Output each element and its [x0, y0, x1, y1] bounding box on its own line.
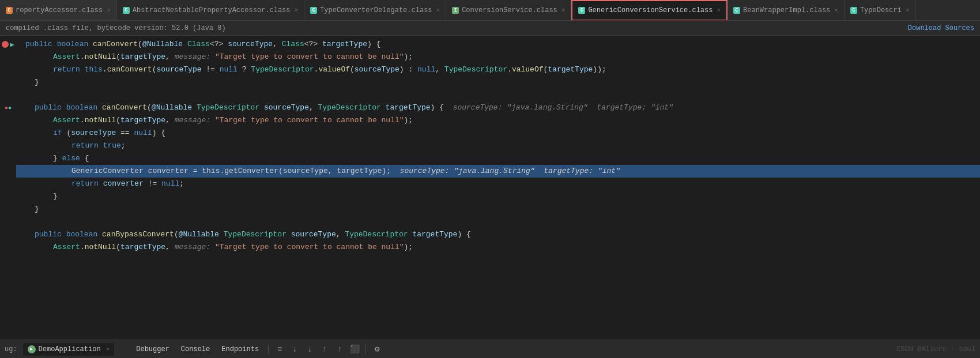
- toolbar-btn-down[interactable]: ↓: [288, 343, 301, 356]
- breakpoint-icon-1: [2, 41, 9, 48]
- code-line-15: [16, 216, 980, 228]
- tab-label-3: TypeConverterDelegate.class: [320, 6, 432, 14]
- marker-8: [0, 127, 16, 140]
- tab-icon-3: C: [310, 7, 317, 14]
- tab-type-converter-delegate[interactable]: C TypeConverterDelegate.class ×: [304, 0, 446, 21]
- marker-11: [0, 165, 16, 178]
- tab-close-4[interactable]: ×: [561, 7, 566, 14]
- tab-icon-2: C: [123, 7, 130, 14]
- code-line-7: Assert . notNull ( targetType , message:…: [16, 114, 980, 127]
- code-lines: public boolean canConvert ( @Nullable Cl…: [16, 36, 980, 256]
- toolbar-btn-run-to[interactable]: ↑: [333, 343, 346, 356]
- code-line-10: } else {: [16, 152, 980, 165]
- marker-16: [0, 228, 16, 241]
- code-line-8: if ( sourceType == null ) {: [16, 127, 980, 140]
- marker-3: [0, 63, 16, 76]
- debug-prefix: ug:: [5, 345, 17, 353]
- toolbar-separator-2: [365, 345, 366, 354]
- code-line-6: public boolean canConvert ( @Nullable Ty…: [16, 101, 980, 114]
- app-name: DemoApplication: [39, 345, 101, 353]
- tab-icon-6: C: [733, 7, 740, 14]
- arrow-marker-1: ▶: [10, 40, 14, 49]
- marker-6: ● ●: [0, 101, 16, 114]
- debugger-label: Debugger: [136, 345, 169, 353]
- toolbar-btn-up[interactable]: ↑: [318, 343, 331, 356]
- endpoints-tab[interactable]: Endpoints: [217, 343, 263, 356]
- download-sources-link[interactable]: Download Sources: [908, 24, 974, 32]
- code-line-16: public boolean canBypassConvert ( @Nulla…: [16, 228, 980, 241]
- tab-label-6: BeanWrapperImpl.class: [743, 6, 830, 14]
- debugger-tab[interactable]: Debugger: [131, 343, 174, 356]
- marker-7: [0, 114, 16, 127]
- tab-close-3[interactable]: ×: [436, 7, 440, 14]
- marker-4: [0, 76, 16, 89]
- code-line-1: public boolean canConvert ( @Nullable Cl…: [16, 38, 980, 51]
- tab-close-7[interactable]: ×: [906, 7, 910, 14]
- toolbar-separator-1: [268, 345, 269, 354]
- code-line-4: }: [16, 76, 980, 89]
- marker-14: [0, 203, 16, 216]
- tab-close-2[interactable]: ×: [295, 7, 299, 14]
- toolbar-btn-down2[interactable]: ↓: [303, 343, 316, 356]
- watermark: CSDN @Allure · soul: [896, 345, 975, 353]
- tab-label-4: ConversionService.class: [462, 6, 557, 14]
- code-line-2: Assert . notNull ( targetType , message:…: [16, 51, 980, 63]
- tab-icon-1: C: [6, 7, 13, 14]
- code-line-5: [16, 89, 980, 101]
- code-line-13: }: [16, 190, 980, 203]
- tab-property-accessor[interactable]: C ropertyAccessor.class ×: [0, 0, 117, 21]
- tab-bar: C ropertyAccessor.class × C AbstractNest…: [0, 0, 980, 21]
- tab-close-1[interactable]: ×: [107, 7, 111, 14]
- code-scroll[interactable]: public boolean canConvert ( @Nullable Cl…: [16, 36, 980, 340]
- tab-bean-wrapper-impl[interactable]: C BeanWrapperImpl.class ×: [728, 0, 845, 21]
- bottom-bar: ug: ▶ DemoApplication × Debugger Console…: [0, 340, 980, 358]
- marker-15: [0, 216, 16, 228]
- marker-13: [0, 190, 16, 203]
- demo-application-tab[interactable]: ▶ DemoApplication ×: [23, 343, 115, 356]
- code-line-17: Assert . notNull ( targetType , message:…: [16, 241, 980, 254]
- code-line-12: return converter != null ;: [16, 178, 980, 190]
- main-layout: C ropertyAccessor.class × C AbstractNest…: [0, 0, 980, 358]
- tab-icon-7: C: [850, 7, 857, 14]
- tab-generic-conversion-service[interactable]: C GenericConversionService.class ×: [571, 0, 728, 21]
- marker-2: [0, 51, 16, 63]
- debug-marker-6b: ●: [8, 105, 12, 111]
- code-line-3: return this . canConvert ( sourceType !=…: [16, 63, 980, 76]
- code-line-9: return true ;: [16, 140, 980, 152]
- marker-10: [0, 152, 16, 165]
- marker-17: [0, 241, 16, 254]
- tab-icon-4: I: [452, 7, 459, 14]
- toolbar-btn-menu[interactable]: ≡: [273, 343, 286, 356]
- bytecode-info: compiled .class file, bytecode version: …: [6, 24, 226, 32]
- tab-conversion-service[interactable]: I ConversionService.class ×: [446, 0, 571, 21]
- toolbar-btn-eval[interactable]: ⬛: [348, 343, 361, 356]
- side-gutter: ▶ ● ●: [0, 36, 16, 340]
- info-bar: compiled .class file, bytecode version: …: [0, 21, 980, 36]
- app-icon: ▶: [28, 345, 36, 353]
- code-line-11: GenericConverter converter = this . getC…: [16, 165, 980, 178]
- tab-icon-5: C: [578, 7, 585, 14]
- content-area: ▶ ● ●: [0, 36, 980, 340]
- tab-type-descri[interactable]: C TypeDescri ×: [845, 0, 916, 21]
- tab-close-6[interactable]: ×: [834, 7, 838, 14]
- tab-close-5[interactable]: ×: [717, 7, 721, 14]
- tab-label-7: TypeDescri: [860, 6, 902, 14]
- toolbar-btn-settings[interactable]: ⚙: [371, 343, 383, 356]
- marker-9: [0, 140, 16, 152]
- tab-label-2: AbstractNestablePropertyAccessor.class: [133, 6, 291, 14]
- marker-5: [0, 89, 16, 101]
- tab-abstract-nestable[interactable]: C AbstractNestablePropertyAccessor.class…: [117, 0, 304, 21]
- endpoints-label: Endpoints: [221, 345, 259, 353]
- console-tab[interactable]: Console: [176, 343, 214, 356]
- marker-1: ▶: [0, 38, 16, 51]
- tab-label-5: GenericConversionService.class: [588, 6, 713, 14]
- marker-12: [0, 178, 16, 190]
- app-tab-close[interactable]: ×: [106, 346, 110, 353]
- toolbar-icons: Debugger Console Endpoints ≡ ↓ ↓ ↑ ↑ ⬛ ⚙: [131, 343, 383, 356]
- tab-label-1: ropertyAccessor.class: [16, 6, 103, 14]
- console-label: Console: [181, 345, 210, 353]
- code-line-14: }: [16, 203, 980, 216]
